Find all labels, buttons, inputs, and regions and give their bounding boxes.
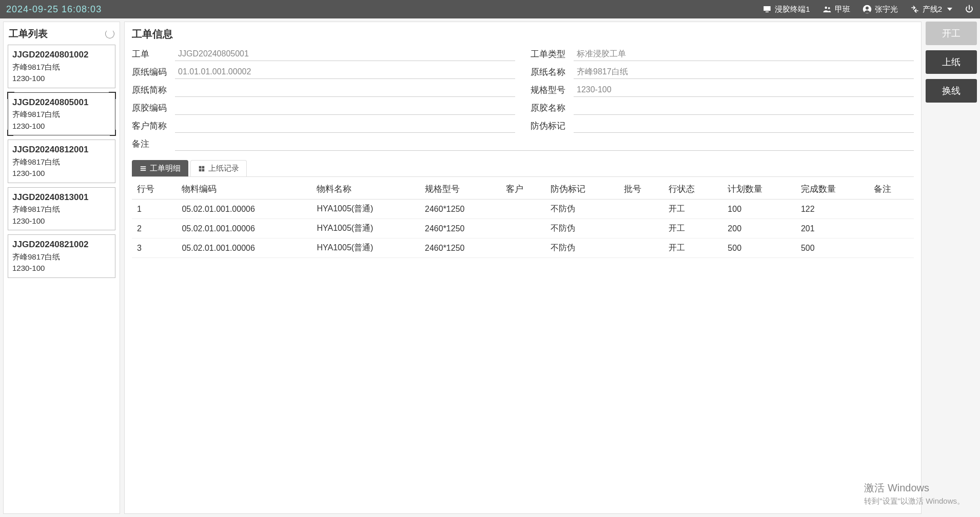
svg-rect-7 [199, 166, 202, 168]
table-cell: HYA1005(普通) [311, 238, 420, 258]
line-select[interactable]: 产线2 [910, 5, 952, 14]
label-cust-short: 客户简称 [132, 120, 175, 132]
order-card[interactable]: JJGD20240821002 齐峰9817白纸 1230-100 [8, 234, 115, 278]
label-order-type: 工单类型 [531, 48, 574, 60]
line-label: 产线2 [923, 5, 942, 14]
order-paper: 齐峰9817白纸 [12, 156, 111, 168]
table-cell [619, 219, 663, 238]
shift-select[interactable]: 甲班 [822, 5, 850, 14]
order-card[interactable]: JJGD20240813001 齐峰9817白纸 1230-100 [8, 187, 115, 231]
table-header: 完成数量 [796, 179, 869, 200]
action-panel: 开工 上纸 换线 [926, 22, 977, 514]
input-order[interactable] [175, 47, 515, 61]
input-order-type[interactable] [574, 47, 914, 61]
order-card[interactable]: JJGD20240805001 齐峰9817白纸 1230-100 [8, 92, 115, 136]
input-paper-name[interactable] [574, 65, 914, 79]
label-paper-name: 原纸名称 [531, 66, 574, 78]
label-spec: 规格型号 [531, 84, 574, 96]
info-panel: 工单信息 工单 工单类型 原纸编码 原纸名称 原纸简称 规格型号 原胶编码 原胶… [124, 22, 922, 514]
input-remark[interactable] [175, 137, 914, 151]
input-glue-code[interactable] [175, 101, 515, 115]
table-cell: 05.02.01.001.00006 [177, 219, 311, 238]
table-cell: 2460*1250 [420, 200, 501, 219]
tab-paperlog[interactable]: 上纸记录 [190, 160, 247, 176]
power-icon [965, 5, 974, 14]
tab-detail[interactable]: 工单明细 [132, 160, 188, 176]
svg-rect-10 [202, 169, 205, 171]
terminal-select[interactable]: 浸胶终端1 [762, 5, 810, 14]
watermark-sub: 转到"设置"以激活 Windows。 [864, 495, 965, 507]
table-header: 批号 [619, 179, 663, 200]
table-cell: 122 [796, 200, 869, 219]
refresh-icon[interactable] [105, 29, 114, 38]
input-paper-short[interactable] [175, 83, 515, 97]
table-cell [501, 219, 545, 238]
table-cell [869, 200, 914, 219]
input-glue-name[interactable] [574, 101, 914, 115]
table-cell: 200 [722, 219, 796, 238]
order-spec: 1230-100 [12, 73, 111, 85]
input-cust-short[interactable] [175, 119, 515, 133]
table-cell: 05.02.01.001.00006 [177, 238, 311, 258]
table-cell: 不防伪 [545, 200, 619, 219]
input-spec[interactable] [574, 83, 914, 97]
order-spec: 1230-100 [12, 263, 111, 274]
label-order: 工单 [132, 48, 175, 60]
order-id: JJGD20240821002 [12, 238, 111, 251]
table-header: 客户 [501, 179, 545, 200]
label-glue-name: 原胶名称 [531, 102, 574, 114]
order-paper: 齐峰9817白纸 [12, 204, 111, 215]
table-row[interactable]: 205.02.01.001.00006HYA1005(普通)2460*1250不… [132, 219, 914, 238]
table-row[interactable]: 305.02.01.001.00006HYA1005(普通)2460*1250不… [132, 238, 914, 258]
table-cell: 2460*1250 [420, 219, 501, 238]
order-paper: 齐峰9817白纸 [12, 62, 111, 73]
table-cell: 201 [796, 219, 869, 238]
label-anti-fake: 防伪标记 [531, 120, 574, 132]
svg-rect-5 [141, 168, 146, 169]
order-spec: 1230-100 [12, 121, 111, 132]
table-cell: 开工 [663, 238, 722, 258]
label-glue-code: 原胶编码 [132, 102, 175, 114]
user-label: 张宇光 [875, 5, 898, 14]
table-cell: HYA1005(普通) [311, 219, 420, 238]
start-button: 开工 [926, 22, 977, 45]
svg-rect-6 [141, 170, 146, 171]
table-cell [869, 238, 914, 258]
grid-icon [198, 165, 205, 172]
order-paper: 齐峰9817白纸 [12, 109, 111, 121]
user-menu[interactable]: 张宇光 [863, 5, 898, 14]
table-cell: 2460*1250 [420, 238, 501, 258]
order-spec: 1230-100 [12, 215, 111, 227]
tab-paperlog-label: 上纸记录 [208, 164, 239, 173]
watermark-title: 激活 Windows [864, 480, 965, 495]
svg-rect-8 [202, 166, 205, 168]
table-cell: 1 [132, 200, 177, 219]
loadpaper-button[interactable]: 上纸 [926, 50, 977, 74]
order-card[interactable]: JJGD20240801002 齐峰9817白纸 1230-100 [8, 45, 115, 88]
list-icon [140, 165, 147, 172]
input-anti-fake[interactable] [574, 119, 914, 133]
terminal-label: 浸胶终端1 [775, 5, 810, 14]
tab-detail-label: 工单明细 [150, 164, 181, 173]
table-cell [619, 238, 663, 258]
order-card[interactable]: JJGD20240812001 齐峰9817白纸 1230-100 [8, 140, 115, 183]
table-cell: 2 [132, 219, 177, 238]
label-paper-code: 原纸编码 [132, 66, 175, 78]
power-button[interactable] [965, 5, 974, 14]
table-cell: 开工 [663, 200, 722, 219]
table-cell: 3 [132, 238, 177, 258]
svg-rect-9 [199, 169, 202, 171]
table-cell: 开工 [663, 219, 722, 238]
changeline-button[interactable]: 换线 [926, 79, 977, 103]
table-cell: 500 [796, 238, 869, 258]
svg-point-0 [825, 7, 827, 9]
input-paper-code[interactable] [175, 65, 515, 79]
order-id: JJGD20240813001 [12, 191, 111, 204]
table-cell: 05.02.01.001.00006 [177, 200, 311, 219]
monitor-icon [762, 5, 772, 14]
table-row[interactable]: 105.02.01.001.00006HYA1005(普通)2460*1250不… [132, 200, 914, 219]
table-header: 规格型号 [420, 179, 501, 200]
people-icon [822, 5, 832, 14]
table-cell: 500 [722, 238, 796, 258]
svg-point-3 [866, 7, 869, 10]
